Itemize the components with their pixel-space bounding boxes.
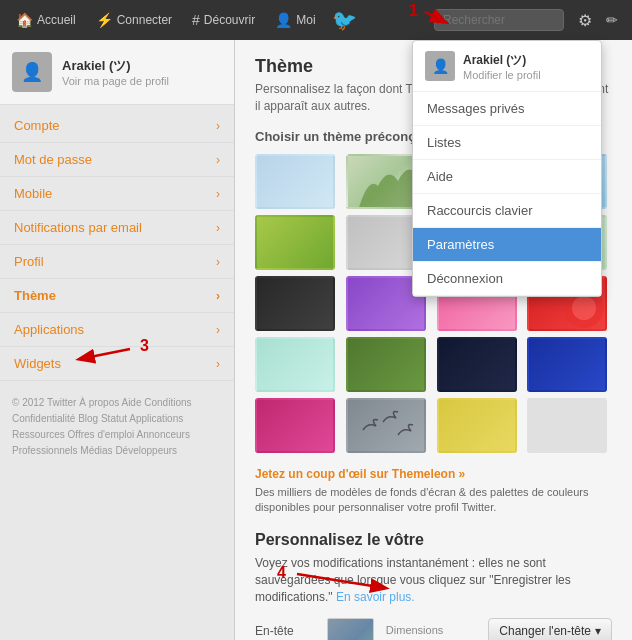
top-nav: 🏠 Accueil ⚡ Connecter # Découvrir 👤 Moi … — [0, 0, 632, 40]
profile-name: Arakiel (ツ) — [62, 57, 169, 75]
sidebar-footer: © 2012 Twitter À propos Aide Conditions … — [0, 385, 234, 469]
user-icon: 👤 — [275, 12, 292, 28]
header-label: En-tête — [255, 618, 315, 638]
dropdown-deconnexion[interactable]: Déconnexion — [413, 262, 601, 296]
chevron-icon: › — [216, 119, 220, 133]
theme-swatch-navy[interactable] — [527, 337, 607, 392]
compose-icon[interactable]: ✏ — [600, 8, 624, 32]
connect-icon: ⚡ — [96, 12, 113, 28]
theme-swatch-birds[interactable] — [346, 398, 426, 453]
theme-swatch-yellow[interactable] — [437, 398, 517, 453]
nav-accueil[interactable]: 🏠 Accueil — [8, 8, 84, 32]
theme-swatch-green-dots[interactable] — [346, 337, 426, 392]
sidebar-item-theme[interactable]: Thème › — [0, 279, 234, 313]
chevron-icon: › — [216, 357, 220, 371]
sidebar-item-widgets[interactable]: Widgets › — [0, 347, 234, 381]
dropdown-listes[interactable]: Listes — [413, 126, 601, 160]
header-preview — [327, 618, 374, 640]
header-actions: ⚙ ✏ — [572, 7, 624, 34]
en-savoir-plus-link[interactable]: En savoir plus. — [336, 590, 415, 604]
dropdown-chevron-icon: ▾ — [595, 624, 601, 638]
theme-swatch-sky[interactable] — [255, 154, 335, 209]
theme-swatch-mint[interactable] — [255, 337, 335, 392]
home-icon: 🏠 — [16, 12, 33, 28]
theme-swatch-dark[interactable] — [255, 276, 335, 331]
user-dropdown: 👤 Arakiel (ツ) Modifier le profil Message… — [412, 40, 602, 297]
svg-point-5 — [572, 296, 596, 320]
dropdown-raccourcis[interactable]: Raccourcis clavier — [413, 194, 601, 228]
chevron-icon: › — [216, 289, 220, 303]
sidebar-profile[interactable]: 👤 Arakiel (ツ) Voir ma page de profil — [0, 40, 234, 105]
themeleon-desc: Des milliers de modèles de fonds d'écran… — [255, 485, 612, 516]
header-section: En-tête Dimensions minimales de 1252×626… — [255, 618, 612, 640]
nav-decouvrir[interactable]: # Découvrir — [184, 8, 263, 32]
sidebar-nav: Compte › Mot de passe › Mobile › Notific… — [0, 105, 234, 385]
change-header-button[interactable]: Changer l'en-tête ▾ — [488, 618, 612, 640]
sidebar-item-compte[interactable]: Compte › — [0, 109, 234, 143]
nav-connecter[interactable]: ⚡ Connecter — [88, 8, 180, 32]
chevron-icon: › — [216, 323, 220, 337]
twitter-bird-icon: 🐦 — [332, 8, 357, 32]
customize-desc: Voyez vos modifications instantanément :… — [255, 555, 612, 605]
header-info-line1: Dimensions minimales de 1252×626 — [386, 618, 476, 640]
settings-icon[interactable]: ⚙ — [572, 7, 598, 34]
customize-title: Personnalisez le vôtre — [255, 531, 612, 549]
chevron-icon: › — [216, 221, 220, 235]
chevron-icon: › — [216, 255, 220, 269]
svg-text:1: 1 — [409, 2, 418, 19]
sidebar-item-applications[interactable]: Applications › — [0, 313, 234, 347]
nav-moi[interactable]: 👤 Moi — [267, 8, 323, 32]
chevron-icon: › — [216, 187, 220, 201]
theme-swatch-dark-navy[interactable] — [437, 337, 517, 392]
search-input[interactable] — [434, 9, 564, 31]
avatar: 👤 — [12, 52, 52, 92]
sidebar-item-notifications[interactable]: Notifications par email › — [0, 211, 234, 245]
sidebar-item-mobile[interactable]: Mobile › — [0, 177, 234, 211]
profile-link[interactable]: Voir ma page de profil — [62, 75, 169, 87]
dropdown-messages[interactable]: Messages privés — [413, 92, 601, 126]
dropdown-avatar: 👤 — [425, 51, 455, 81]
chevron-icon: › — [216, 153, 220, 167]
sidebar: 👤 Arakiel (ツ) Voir ma page de profil Com… — [0, 40, 235, 640]
theme-swatch-leaves[interactable] — [255, 215, 335, 270]
sidebar-item-profil[interactable]: Profil › — [0, 245, 234, 279]
sidebar-item-motdepasse[interactable]: Mot de passe › — [0, 143, 234, 177]
dropdown-profile-header[interactable]: 👤 Arakiel (ツ) Modifier le profil — [413, 41, 601, 92]
theme-swatch-empty[interactable] — [527, 398, 607, 453]
dropdown-username: Arakiel (ツ) — [463, 52, 541, 69]
dropdown-parametres[interactable]: Paramètres — [413, 228, 601, 262]
hash-icon: # — [192, 12, 200, 28]
dropdown-edit-profile[interactable]: Modifier le profil — [463, 69, 541, 81]
theme-swatch-magenta[interactable] — [255, 398, 335, 453]
themeleon-link[interactable]: Jetez un coup d'œil sur Themeleon » — [255, 467, 612, 481]
dropdown-aide[interactable]: Aide — [413, 160, 601, 194]
